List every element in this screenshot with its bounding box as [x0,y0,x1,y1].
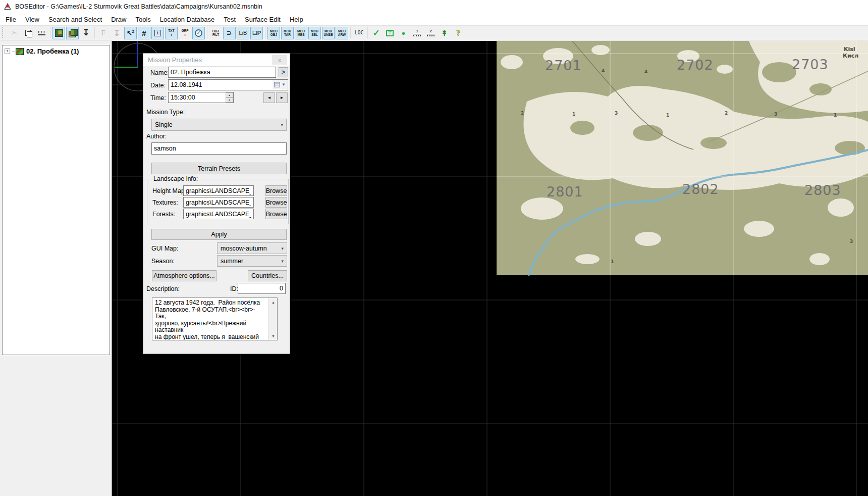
show-map-button[interactable] [52,27,65,39]
stamp-button[interactable]: ↧ [111,27,123,39]
height-map-input[interactable] [183,185,254,196]
description-box: 12 августа 1942 года. Район посёлка Павл… [152,297,278,340]
show-map-objects-button[interactable] [66,27,79,39]
svg-text:Kisl: Kisl [844,46,855,53]
terrain-presets-button[interactable]: Terrain Presets [151,163,287,174]
toolbar-grip[interactable] [2,27,6,38]
show-text-button[interactable]: TXT i [165,27,178,39]
cut-icon: ✂ [12,30,17,36]
svg-text:1: 1 [834,113,837,118]
description-scrollbar[interactable]: ▲ ▼ [268,298,277,340]
forests-input[interactable] [183,209,254,219]
menu-file[interactable]: File [1,14,21,25]
info-icon: i [154,30,161,36]
mcu-sel-button[interactable]: MCUSEL [308,27,321,39]
close-icon[interactable]: x [272,55,287,65]
height-map-browse-button[interactable]: Browse [265,185,287,196]
dot-marker-button[interactable]: ● [397,27,410,39]
date-label: Date: [150,82,166,89]
gui-map-label: GUI Map: [151,245,179,252]
menu-tools[interactable]: Tools [131,14,155,25]
menu-draw[interactable]: Draw [106,14,131,25]
grid-label: 2803 [804,182,841,198]
tree-expander[interactable]: + [5,48,10,54]
raise-button[interactable]: ↟ [438,27,451,39]
name-label: Name: [150,69,169,76]
measure-button[interactable]: TTT [35,27,48,39]
copy-button[interactable] [22,27,34,39]
level-2-button[interactable]: 2 [424,27,437,39]
checkbox-marker-button[interactable]: ▽ [384,27,396,39]
menu-view[interactable]: View [21,14,44,25]
mcu-tar-button[interactable]: MCUTAR [281,27,294,39]
mcu-mes-button[interactable]: MCUMES [295,27,307,39]
object-info-button[interactable]: i [151,27,164,39]
select-mode-button[interactable]: ↖Z [124,27,137,39]
menu-surface-edit[interactable]: Surface Edit [240,14,285,25]
stack-panel-button[interactable]: ⊟P [250,27,263,39]
map-objects-icon [69,29,77,37]
mission-type-select[interactable]: Single ▾ [151,119,287,131]
scroll-up-icon[interactable]: ▲ [269,298,278,306]
scroll-down-icon[interactable]: ▼ [269,332,278,340]
library-button[interactable]: LiB [237,27,249,39]
date-picker-button[interactable]: ▼ [273,80,287,89]
grid-label: 2802 [682,181,719,197]
svg-text:1: 1 [666,113,669,118]
countries-button[interactable]: Countries... [248,270,287,281]
tree-filter-button[interactable]: ⋔ [223,27,236,39]
level-2-icon: 2 [427,29,435,36]
font-button[interactable]: F [97,27,110,39]
forests-browse-button[interactable]: Browse [265,209,287,219]
grid-toggle-button[interactable]: # [138,27,150,39]
id-input[interactable] [238,283,286,294]
mcu-obj-button[interactable]: MCUOBJ [267,27,280,39]
forests-label: Forests: [152,211,175,218]
tree-root-item[interactable]: + 02. Пробежка (1) [3,45,110,56]
object-filter-button[interactable]: OBJFiLT [209,27,222,39]
description-text[interactable]: 12 августа 1942 года. Район посёлка Павл… [155,300,267,340]
atmosphere-options-button[interactable]: Atmosphere options... [152,270,216,281]
help-button[interactable]: ? [452,27,464,39]
textures-browse-button[interactable]: Browse [265,197,287,208]
dialog-title: Mission Properties [148,56,202,64]
menu-test[interactable]: Test [219,14,240,25]
mcu-unse-button[interactable]: MCUUNSE [322,27,335,39]
apply-button[interactable]: Apply [151,229,287,240]
time-spinner[interactable]: ▴ ▾ [226,92,233,102]
time-display-button[interactable]: ✓ [192,27,205,39]
date-input[interactable] [168,79,288,90]
stamp-icon: ↧ [114,29,120,37]
level-1-button[interactable]: 1 [411,27,423,39]
time-prev-button[interactable]: ◄ [263,92,275,103]
name-input[interactable] [168,67,276,78]
time-input[interactable] [168,92,234,103]
time-next-button[interactable]: ► [276,92,288,103]
svg-text:2: 2 [725,111,728,116]
menu-location-database[interactable]: Location Database [155,14,219,25]
bos-editor-window: ★ BOSEditor - G:\Games\IL-2 Sturmovik Gr… [0,0,868,496]
spin-down-icon[interactable]: ▾ [226,97,233,103]
gui-map-select[interactable]: moscow-autumn ▾ [217,242,287,254]
chevron-down-icon: ▾ [281,259,284,264]
season-select[interactable]: summer ▾ [217,255,287,267]
mcu-obj-icon: MCUOBJ [270,29,278,37]
menu-help[interactable]: Help [285,14,308,25]
textures-input[interactable] [183,197,254,208]
show-group-button[interactable]: GRP i [179,27,191,39]
mission-properties-dialog: Mission Properties x Name: > Date: ▼ Tim… [143,53,290,354]
font-icon: F [101,29,105,37]
mcu-arw-button[interactable]: MCUARW [336,27,348,39]
chevron-down-icon: ▾ [281,122,283,127]
cut-button[interactable]: ✂ [8,27,21,39]
dialog-title-bar[interactable]: Mission Properties x [143,54,290,66]
menu-search-and-select[interactable]: Search and Select [44,14,106,25]
location-button[interactable]: LOC [353,27,365,39]
name-more-button[interactable]: > [279,67,288,77]
author-input[interactable] [151,142,287,155]
spin-up-icon[interactable]: ▴ [226,92,233,97]
check-button[interactable]: ✓ [370,27,383,39]
mcu-sel-icon: MCUSEL [311,29,318,37]
import-button[interactable]: ↧ [80,27,92,39]
txt-redmark-icon: i [171,33,172,37]
